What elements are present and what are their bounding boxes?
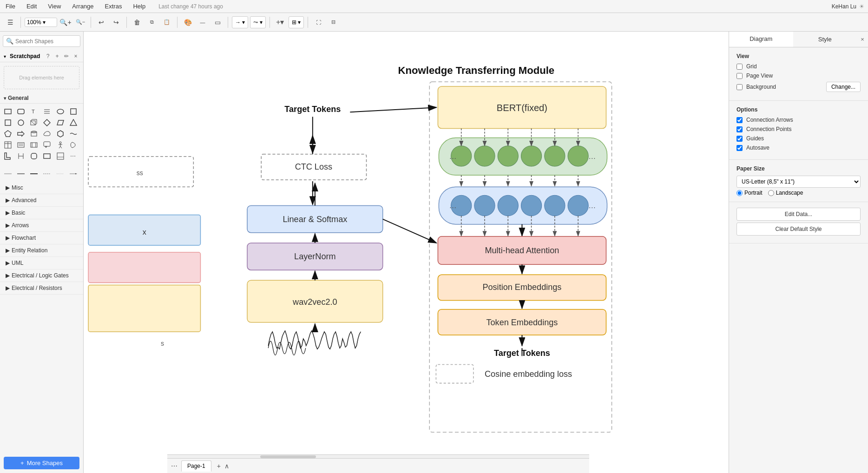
paper-size-select[interactable]: US-Letter (8,5" x 11") [736, 176, 861, 188]
shape-triangle[interactable] [68, 118, 79, 128]
connection-arrows-checkbox[interactable] [736, 117, 743, 123]
waypoint-dropdown[interactable]: ⤳ ▾ [250, 16, 265, 28]
zoom-in-btn[interactable]: 🔍+ [59, 16, 72, 29]
shape-dashed[interactable] [68, 151, 79, 161]
duplicate-btn[interactable]: ⧉ [145, 16, 158, 29]
page-options-icon[interactable]: ⋯ [171, 462, 178, 470]
shape-wavy[interactable] [68, 129, 79, 139]
shape-cloud[interactable] [42, 129, 52, 139]
style-tab[interactable]: Style [793, 32, 857, 47]
format-btn[interactable]: ⊟ [327, 16, 340, 29]
category-flowchart[interactable]: ▶ Flowchart [0, 232, 83, 244]
search-box[interactable]: 🔍 [3, 35, 80, 47]
menu-toggle-btn[interactable]: ☰ [4, 16, 17, 29]
redo-btn[interactable]: ↪ [110, 16, 123, 29]
scratchpad-add-icon[interactable]: + [53, 53, 61, 60]
landscape-label[interactable]: Landscape [768, 190, 803, 196]
line-style-5[interactable] [55, 169, 66, 179]
shape-diamond[interactable] [42, 118, 52, 128]
shape-person[interactable] [55, 140, 66, 150]
shape-L[interactable] [3, 151, 13, 161]
shape-ellipse[interactable] [55, 106, 66, 117]
shape-note[interactable] [16, 140, 26, 150]
shape-square2[interactable] [3, 118, 13, 128]
menu-item-edit[interactable]: Edit [25, 2, 39, 11]
change-background-btn[interactable]: Change... [826, 82, 861, 92]
panel-close-btn[interactable]: × [857, 32, 868, 46]
search-input[interactable] [15, 38, 84, 45]
grid-checkbox[interactable] [736, 64, 743, 70]
add-page-icon[interactable]: + [217, 462, 221, 470]
diagram-tab[interactable]: Diagram [729, 32, 793, 47]
category-entity-relation[interactable]: ▶ Entity Relation [0, 244, 83, 257]
category-uml[interactable]: ▶ UML [0, 257, 83, 269]
shape-rounded-square[interactable] [29, 151, 39, 161]
shape-hexagon[interactable] [55, 129, 66, 139]
shape-bracket[interactable] [16, 151, 26, 161]
page-view-checkbox[interactable] [736, 73, 743, 79]
shape-pentagon[interactable] [3, 129, 13, 139]
h-scrollbar[interactable] [167, 454, 589, 458]
category-arrows[interactable]: ▶ Arrows [0, 219, 83, 232]
shape-rect2[interactable] [42, 151, 52, 161]
canvas-area[interactable]: x ss s Knowledge Transferring Module BER… [84, 32, 729, 473]
category-basic[interactable]: ▶ Basic [0, 207, 83, 219]
h-scrollbar-thumb[interactable] [260, 455, 316, 458]
shape-text[interactable]: T [29, 106, 39, 117]
shape-lines[interactable] [42, 106, 52, 117]
line-style-2[interactable] [16, 169, 26, 179]
line-color-btn[interactable]: — [196, 16, 209, 29]
arrow-style-dropdown[interactable]: → ▾ [232, 16, 248, 28]
page-up-icon[interactable]: ∧ [224, 462, 229, 470]
table-btn[interactable]: ⊞ ▾ [289, 16, 304, 28]
more-shapes-button[interactable]: + More Shapes [4, 457, 79, 469]
shape-arrow-right[interactable] [16, 129, 26, 139]
page-1-tab[interactable]: Page-1 [181, 460, 211, 472]
shape-cylinder[interactable] [29, 129, 39, 139]
menu-item-file[interactable]: File [4, 2, 17, 11]
category-misc[interactable]: ▶ Misc [0, 182, 83, 194]
zoom-out-btn[interactable]: 🔍− [74, 16, 87, 29]
connection-points-checkbox[interactable] [736, 126, 743, 132]
shape-parallelogram[interactable] [55, 118, 66, 128]
category-electrical-logic[interactable]: ▶ Electrical / Logic Gates [0, 269, 83, 282]
clear-style-btn[interactable]: Clear Default Style [736, 223, 861, 236]
shape-crescent[interactable] [68, 140, 79, 150]
fill-color-btn[interactable]: 🎨 [181, 16, 194, 29]
menu-item-extras[interactable]: Extras [103, 2, 124, 11]
line-style-1[interactable] [3, 169, 13, 179]
menu-item-arrange[interactable]: Arrange [70, 2, 95, 11]
shape-square[interactable] [68, 106, 79, 117]
category-advanced[interactable]: ▶ Advanced [0, 194, 83, 207]
zoom-select[interactable]: 100% ▾ [25, 18, 57, 27]
copy-btn[interactable]: 📋 [160, 16, 173, 29]
landscape-radio[interactable] [768, 190, 774, 196]
portrait-label[interactable]: Portrait [736, 190, 763, 196]
shape-table[interactable] [3, 140, 13, 150]
shape-image[interactable] [55, 151, 66, 161]
delete-btn[interactable]: 🗑 [131, 16, 144, 29]
scratchpad-help-icon[interactable]: ? [44, 53, 52, 60]
line-style-4[interactable] [42, 169, 52, 179]
background-checkbox[interactable] [736, 84, 743, 90]
shape-process[interactable] [29, 140, 39, 150]
portrait-radio[interactable] [736, 190, 743, 196]
shape-circle[interactable] [16, 118, 26, 128]
category-electrical-resistors[interactable]: ▶ Electrical / Resistors [0, 282, 83, 295]
shape-rounded-rect[interactable] [16, 106, 26, 117]
section-general[interactable]: ▾ General [0, 93, 83, 104]
guides-checkbox[interactable] [736, 136, 743, 142]
line-style-3[interactable] [29, 169, 39, 179]
insert-btn[interactable]: +▾ [274, 16, 287, 29]
shape-3d-rect[interactable] [29, 118, 39, 128]
undo-btn[interactable]: ↩ [95, 16, 108, 29]
scratchpad-close-icon[interactable]: × [72, 53, 79, 60]
menu-item-view[interactable]: View [46, 2, 63, 11]
scratchpad-edit-icon[interactable]: ✏ [63, 53, 70, 60]
edit-data-btn[interactable]: Edit Data... [736, 208, 861, 221]
menu-item-help[interactable]: Help [131, 2, 147, 11]
shape-rect[interactable] [3, 106, 13, 117]
autosave-checkbox[interactable] [736, 145, 743, 151]
shape-callout[interactable] [42, 140, 52, 150]
line-style-6[interactable] [68, 169, 79, 179]
